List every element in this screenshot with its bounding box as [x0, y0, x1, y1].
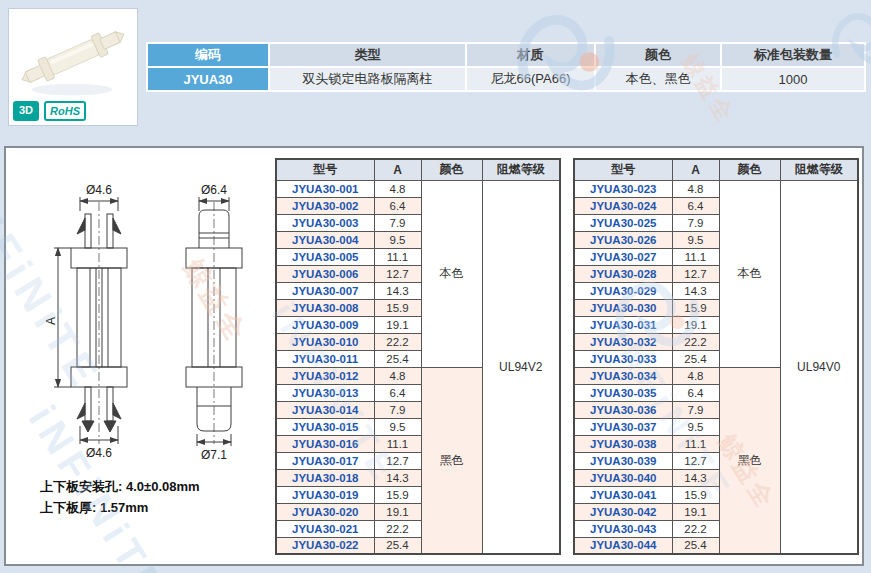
- model-number-cell: JYUA30-018: [276, 469, 374, 486]
- model-number-cell: JYUA30-025: [574, 214, 672, 231]
- model-number-cell: JYUA30-019: [276, 486, 374, 503]
- spec-col-header: 颜色: [421, 159, 482, 180]
- spec-col-header: 颜色: [719, 159, 780, 180]
- dimension-a-cell: 12.7: [672, 265, 719, 282]
- model-number-cell: JYUA30-042: [574, 503, 672, 520]
- dimension-a-cell: 25.4: [672, 537, 719, 554]
- info-value-code: JYUA30: [148, 68, 268, 90]
- info-value-qty: 1000: [722, 68, 864, 90]
- model-number-cell: JYUA30-031: [574, 316, 672, 333]
- dimension-a-cell: 19.1: [672, 503, 719, 520]
- dimension-a-cell: 9.5: [672, 418, 719, 435]
- model-number-cell: JYUA30-015: [276, 418, 374, 435]
- info-value-color: 本色、黑色: [596, 68, 720, 90]
- color-group-cell: 本色: [719, 180, 780, 367]
- model-number-cell: JYUA30-003: [276, 214, 374, 231]
- color-group-cell: 黑色: [421, 367, 482, 554]
- model-number-cell: JYUA30-038: [574, 435, 672, 452]
- dimension-a-cell: 11.1: [672, 435, 719, 452]
- model-number-cell: JYUA30-010: [276, 333, 374, 350]
- info-header-qty: 标准包装数量: [722, 44, 864, 66]
- color-group-cell: 黑色: [719, 367, 780, 554]
- info-header-type: 类型: [270, 44, 465, 66]
- info-header-color: 颜色: [596, 44, 720, 66]
- spec-table-2-container: 型号A颜色阻燃等级 JYUA30-0234.8本色UL94V0JYUA30-02…: [573, 158, 859, 555]
- model-number-cell: JYUA30-041: [574, 486, 672, 503]
- spec-col-header: 型号: [574, 159, 672, 180]
- model-number-cell: JYUA30-026: [574, 231, 672, 248]
- dimension-a-cell: 11.1: [374, 435, 421, 452]
- badge-3d[interactable]: 3D: [13, 101, 39, 121]
- dimension-a-cell: 14.3: [672, 469, 719, 486]
- model-number-cell: JYUA30-006: [276, 265, 374, 282]
- spec-col-header: A: [672, 159, 719, 180]
- dimension-a-cell: 25.4: [374, 350, 421, 367]
- dimension-a-cell: 19.1: [374, 503, 421, 520]
- model-number-cell: JYUA30-023: [574, 180, 672, 197]
- dimension-a-cell: 12.7: [672, 452, 719, 469]
- model-number-cell: JYUA30-001: [276, 180, 374, 197]
- dimension-a-cell: 7.9: [672, 214, 719, 231]
- technical-drawing: Ø4.6 A Ø4.6 Ø: [18, 154, 273, 478]
- spec-row: JYUA30-0234.8本色UL94V0: [574, 180, 858, 197]
- dimension-a-cell: 4.8: [374, 180, 421, 197]
- model-number-cell: JYUA30-017: [276, 452, 374, 469]
- model-number-cell: JYUA30-028: [574, 265, 672, 282]
- dimension-a-cell: 9.5: [374, 231, 421, 248]
- dimension-a-cell: 12.7: [374, 265, 421, 282]
- note-mounting-hole: 上下板安装孔: 4.0±0.08mm: [40, 476, 200, 497]
- model-number-cell: JYUA30-024: [574, 197, 672, 214]
- dimension-a-cell: 4.8: [374, 367, 421, 384]
- info-value-material: 尼龙66(PA66): [467, 68, 594, 90]
- dimension-a-cell: 19.1: [672, 316, 719, 333]
- spec-table-1: 型号A颜色阻燃等级 JYUA30-0014.8本色UL94V2JYUA30-00…: [275, 158, 561, 555]
- dimension-a-cell: 6.4: [672, 384, 719, 401]
- spec-header-row: 型号A颜色阻燃等级: [574, 159, 858, 180]
- model-number-cell: JYUA30-004: [276, 231, 374, 248]
- model-number-cell: JYUA30-014: [276, 401, 374, 418]
- spec-col-header: 阻燃等级: [780, 159, 858, 180]
- dimension-a-cell: 15.9: [672, 486, 719, 503]
- info-value-type: 双头锁定电路板隔离柱: [270, 68, 465, 90]
- model-number-cell: JYUA30-030: [574, 299, 672, 316]
- model-number-cell: JYUA30-012: [276, 367, 374, 384]
- model-number-cell: JYUA30-005: [276, 248, 374, 265]
- model-number-cell: JYUA30-037: [574, 418, 672, 435]
- model-number-cell: JYUA30-040: [574, 469, 672, 486]
- model-number-cell: JYUA30-032: [574, 333, 672, 350]
- dimension-a-cell: 25.4: [374, 537, 421, 554]
- model-number-cell: JYUA30-007: [276, 282, 374, 299]
- model-number-cell: JYUA30-033: [574, 350, 672, 367]
- spec-col-header: A: [374, 159, 421, 180]
- dimension-a-cell: 9.5: [672, 231, 719, 248]
- badge-row: 3D RoHS: [13, 101, 86, 121]
- spec-table-1-container: 型号A颜色阻燃等级 JYUA30-0014.8本色UL94V2JYUA30-00…: [275, 158, 561, 555]
- dimension-a-cell: 7.9: [374, 214, 421, 231]
- dimension-a-cell: 15.9: [672, 299, 719, 316]
- model-number-cell: JYUA30-035: [574, 384, 672, 401]
- flame-rating-cell: UL94V0: [780, 180, 858, 554]
- dim-bottom-right: Ø7.1: [201, 448, 227, 462]
- model-number-cell: JYUA30-021: [276, 520, 374, 537]
- product-image[interactable]: 3D RoHS: [8, 8, 138, 126]
- dimension-a-cell: 14.3: [374, 469, 421, 486]
- dimension-a-cell: 6.4: [374, 384, 421, 401]
- model-number-cell: JYUA30-008: [276, 299, 374, 316]
- dim-top-right: Ø6.4: [201, 183, 227, 197]
- mounting-notes: 上下板安装孔: 4.0±0.08mm 上下板厚: 1.57mm: [40, 476, 200, 518]
- dimension-a-cell: 12.7: [374, 452, 421, 469]
- dim-top-left: Ø4.6: [86, 183, 112, 197]
- badge-rohs[interactable]: RoHS: [44, 101, 86, 121]
- dimension-a-cell: 7.9: [672, 401, 719, 418]
- dimension-a-cell: 6.4: [374, 197, 421, 214]
- main-panel: Ø4.6 A Ø4.6 Ø: [4, 146, 864, 566]
- catalog-page: iNFiNiTE iNFiNiTE iNFiNiTE iNFiNiTE 鲸益全 …: [0, 0, 871, 573]
- dimension-a-cell: 14.3: [672, 282, 719, 299]
- info-header-material: 材质: [467, 44, 594, 66]
- dimension-a-cell: 14.3: [374, 282, 421, 299]
- dimension-a-cell: 4.8: [672, 180, 719, 197]
- dimension-a-cell: 9.5: [374, 418, 421, 435]
- dimension-a-cell: 11.1: [374, 248, 421, 265]
- model-number-cell: JYUA30-027: [574, 248, 672, 265]
- model-number-cell: JYUA30-020: [276, 503, 374, 520]
